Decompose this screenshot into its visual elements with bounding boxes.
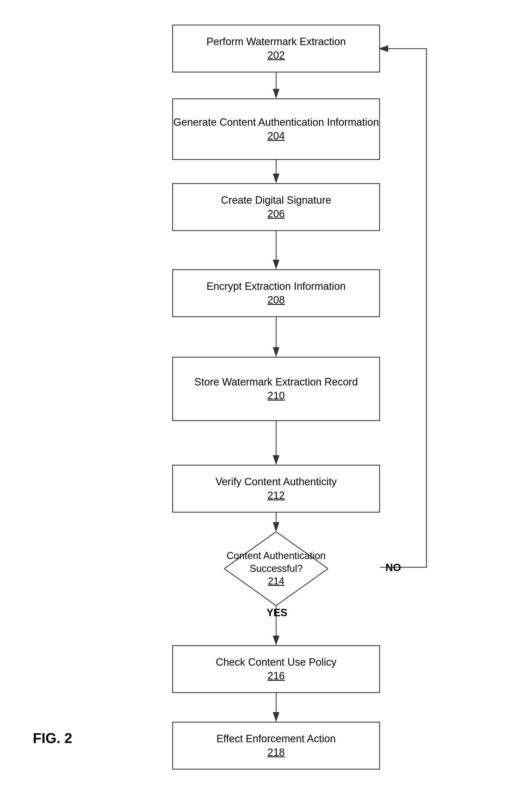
figure-label: FIG. 2	[33, 730, 72, 746]
box-216: Check Content Use Policy 216	[172, 645, 380, 693]
diamond-214-step: 214	[224, 575, 328, 588]
box-204: Generate Content Authentication Informat…	[172, 98, 380, 160]
box-208-title: Encrypt Extraction Information	[207, 280, 346, 293]
yes-label: YES	[267, 607, 287, 619]
box-202: Perform Watermark Extraction 202	[172, 25, 380, 73]
flowchart-diagram: Perform Watermark Extraction 202 Generat…	[0, 0, 532, 801]
box-212-step: 212	[267, 489, 285, 502]
box-210-title: Store Watermark Extraction Record	[194, 375, 358, 389]
diamond-214-title: Content Authentication Successful?	[224, 550, 328, 575]
diamond-214: Content Authentication Successful? 214	[224, 532, 328, 606]
box-216-step: 216	[267, 669, 285, 683]
box-212: Verify Content Authenticity 212	[172, 465, 380, 513]
box-204-step: 204	[267, 129, 285, 143]
box-202-title: Perform Watermark Extraction	[206, 35, 346, 49]
box-210-step: 210	[267, 389, 285, 402]
box-218-title: Effect Enforcement Action	[216, 732, 336, 745]
box-206: Create Digital Signature 206	[172, 183, 380, 231]
box-202-step: 202	[267, 49, 285, 62]
box-210: Store Watermark Extraction Record 210	[172, 357, 380, 421]
box-208: Encrypt Extraction Information 208	[172, 269, 380, 317]
no-label: NO	[385, 562, 401, 574]
box-204-title: Generate Content Authentication Informat…	[173, 116, 379, 129]
box-212-title: Verify Content Authenticity	[215, 475, 337, 489]
box-216-title: Check Content Use Policy	[216, 655, 336, 669]
box-206-title: Create Digital Signature	[221, 194, 331, 207]
box-208-step: 208	[267, 293, 285, 307]
box-218-step: 218	[267, 746, 285, 759]
box-218: Effect Enforcement Action 218	[172, 722, 380, 769]
diamond-214-content: Content Authentication Successful? 214	[224, 550, 328, 588]
box-206-step: 206	[267, 207, 285, 221]
